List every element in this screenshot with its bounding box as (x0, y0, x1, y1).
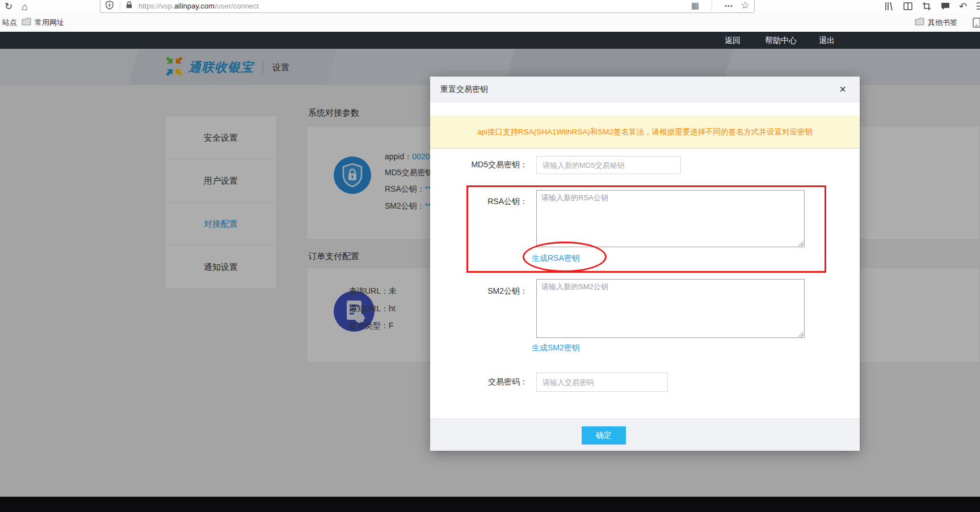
url-text: https://vsp.allinpay.com/user/connect (138, 2, 259, 10)
folder-icon (22, 18, 32, 28)
sm2-key-textarea[interactable] (536, 279, 805, 338)
folder-icon (915, 18, 925, 28)
divider (712, 1, 712, 10)
reload-icon[interactable]: ↻ (5, 0, 12, 14)
bookmark-site[interactable]: 站点 (2, 14, 17, 32)
generate-sm2-key-link[interactable]: 生成SM2密钥 (532, 343, 580, 353)
phone-icon[interactable] (973, 14, 980, 32)
nav-logout[interactable]: 退出 (819, 32, 835, 49)
chat-icon[interactable] (940, 1, 950, 11)
clipped-edge-icon[interactable] (975, 1, 980, 11)
close-icon[interactable]: × (835, 81, 851, 97)
screenshot-icon[interactable] (922, 1, 932, 11)
nav-back[interactable]: 返回 (725, 32, 741, 49)
rsa-key-label: RSA公钥： (430, 197, 528, 207)
page-actions-icon[interactable]: ••• (725, 0, 733, 11)
home-icon[interactable]: ⌂ (22, 0, 28, 14)
trade-password-label: 交易密码： (430, 377, 528, 387)
browser-toolbar: ↻ ⌂ https://vsp.allinpay.com/user/connec… (0, 0, 980, 14)
address-bar[interactable]: https://vsp.allinpay.com/user/connect ▦ … (100, 0, 755, 13)
qr-code-icon[interactable]: ▦ (691, 0, 699, 11)
confirm-button[interactable]: 确定 (582, 426, 626, 445)
reader-view-icon[interactable] (903, 1, 913, 11)
api-signature-warning: api接口支持RSA(SHA1WithRSA)和SM2签名算法，请根据需要选择不… (430, 115, 860, 149)
bookmark-star-icon[interactable]: ☆ (741, 0, 750, 11)
trade-password-input[interactable] (536, 373, 668, 392)
generate-rsa-key-link[interactable]: 生成RSA密钥 (532, 253, 580, 264)
modal-title: 重置交易密钥 (440, 77, 488, 102)
sm2-key-label: SM2公钥： (430, 286, 528, 297)
bookmark-folder-common[interactable]: 常用网址 (22, 14, 64, 32)
bookmark-folder-other[interactable]: 其他书签 (915, 14, 957, 32)
md5-key-label: MD5交易密钥： (430, 160, 528, 170)
tracking-shield-icon[interactable] (105, 1, 115, 11)
modal-footer: 确定 (430, 418, 860, 451)
top-navbar: 返回 帮助中心 退出 (0, 32, 980, 49)
rsa-key-textarea[interactable] (536, 190, 805, 247)
https-lock-icon[interactable] (125, 1, 135, 11)
divider (120, 1, 120, 10)
modal-header: 重置交易密钥 × (430, 77, 860, 102)
page-viewport: 返回 帮助中心 退出 通联收银宝 设置 安全设置 用户设置 对接配置 通知设置 … (0, 32, 980, 512)
md5-key-input[interactable] (536, 156, 681, 174)
library-icon[interactable] (884, 1, 894, 11)
reset-key-modal: 重置交易密钥 × api接口支持RSA(SHA1WithRSA)和SM2签名算法… (430, 77, 860, 451)
undo-icon[interactable]: ↶ (959, 1, 967, 12)
nav-help-center[interactable]: 帮助中心 (765, 32, 797, 49)
bookmarks-bar: 站点 常用网址 其他书签 (0, 14, 980, 32)
